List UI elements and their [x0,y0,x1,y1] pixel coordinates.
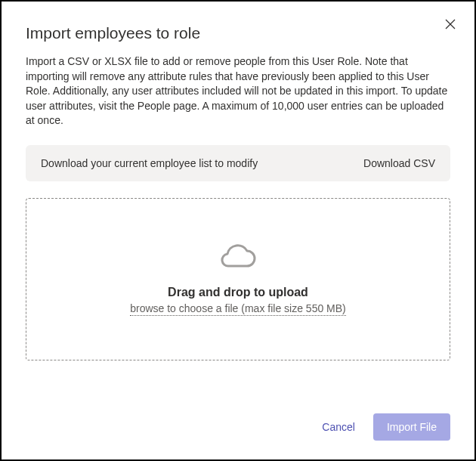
download-csv-link[interactable]: Download CSV [363,157,435,169]
download-bar: Download your current employee list to m… [26,145,450,181]
cloud-upload-icon [218,242,258,275]
browse-file-link[interactable]: browse to choose a file (max file size 5… [130,302,346,316]
cancel-button[interactable]: Cancel [322,421,355,433]
modal-title: Import employees to role [26,24,450,42]
file-dropzone[interactable]: Drag and drop to upload browse to choose… [26,198,450,360]
modal-footer: Cancel Import File [322,413,450,441]
import-file-button[interactable]: Import File [373,413,450,441]
dropzone-title: Drag and drop to upload [168,286,308,299]
close-button[interactable] [444,18,456,33]
close-icon [444,20,456,32]
download-label: Download your current employee list to m… [41,157,258,169]
modal-description: Import a CSV or XLSX file to add or remo… [26,54,450,128]
